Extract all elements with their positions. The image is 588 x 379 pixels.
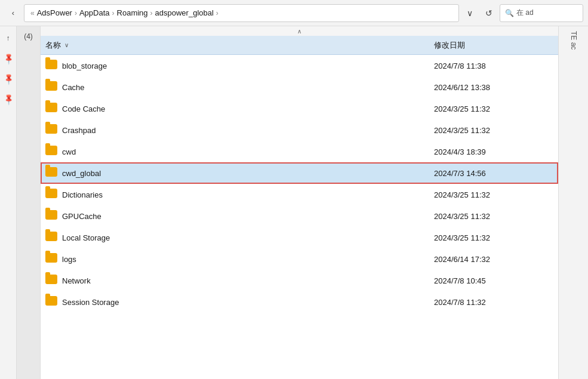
file-list: blob_storage2024/7/8 11:38Cache2024/6/12…	[41, 55, 558, 379]
file-date: 2024/3/25 11:32	[434, 190, 553, 199]
folder-icon	[45, 253, 57, 265]
table-row[interactable]: Dictionaries2024/3/25 11:32	[41, 184, 558, 205]
right-panel-label: TE ac	[569, 31, 578, 50]
col-date-header[interactable]: 修改日期	[434, 40, 553, 51]
folder-icon	[45, 296, 57, 308]
file-name: cwd_global	[62, 169, 434, 178]
file-name: blob_storage	[62, 61, 434, 70]
address-bar: ‹ « AdsPower › AppData › Roaming › adspo…	[0, 0, 588, 26]
col-name-header[interactable]: 名称 ∨	[45, 40, 434, 51]
table-row[interactable]: Network2024/7/8 10:45	[41, 270, 558, 291]
main-layout: ↑ 📌 📌 📌 (4) ∧ 名称 ∨ 修改日期 blob_storage2024…	[0, 26, 588, 379]
pin-up-button[interactable]: ↑	[0, 30, 17, 47]
breadcrumb[interactable]: « AdsPower › AppData › Roaming › adspowe…	[24, 4, 459, 22]
file-name: Dictionaries	[62, 190, 434, 199]
file-name: Local Storage	[62, 233, 434, 242]
file-name: Network	[62, 276, 434, 285]
folder-icon	[45, 146, 57, 158]
file-name: cwd	[62, 147, 434, 156]
back-button[interactable]: ‹	[5, 5, 21, 21]
table-row[interactable]: blob_storage2024/7/8 11:38	[41, 55, 558, 76]
col-name-sort-icon: ∨	[64, 42, 69, 48]
folder-icon	[45, 210, 57, 222]
file-date: 2024/3/25 11:32	[434, 233, 553, 242]
file-name: Cache	[62, 83, 434, 92]
file-date: 2024/7/3 14:56	[434, 169, 553, 178]
file-date: 2024/6/12 13:38	[434, 83, 553, 92]
table-row[interactable]: GPUCache2024/3/25 11:32	[41, 205, 558, 227]
search-box[interactable]: 🔍 在 ad	[500, 4, 583, 22]
file-area: ∧ 名称 ∨ 修改日期 blob_storage2024/7/8 11:38Ca…	[41, 26, 558, 379]
table-row[interactable]: Crashpad2024/3/25 11:32	[41, 119, 558, 141]
breadcrumb-adspower-global[interactable]: adspower_global	[155, 8, 214, 17]
file-name: Code Cache	[62, 104, 434, 113]
table-row[interactable]: Code Cache2024/3/25 11:32	[41, 98, 558, 119]
folder-icon	[45, 60, 57, 72]
table-row[interactable]: Local Storage2024/3/25 11:32	[41, 227, 558, 248]
sort-arrow-icon: ∧	[297, 28, 301, 35]
nav-buttons: ‹	[5, 5, 21, 21]
file-name: Crashpad	[62, 126, 434, 135]
table-row[interactable]: Cache2024/6/12 13:38	[41, 76, 558, 98]
folder-icon	[45, 124, 57, 136]
breadcrumb-adspower[interactable]: AdsPower	[37, 8, 72, 17]
folder-icon	[45, 232, 57, 244]
left-nav-panel: ↑ 📌 📌 📌	[0, 26, 17, 379]
file-date: 2024/4/3 18:39	[434, 147, 553, 156]
table-row[interactable]: logs2024/6/14 17:32	[41, 248, 558, 270]
table-row[interactable]: Session Storage2024/7/8 11:32	[41, 291, 558, 313]
file-date: 2024/3/25 11:32	[434, 104, 553, 113]
file-name: logs	[62, 255, 434, 264]
file-date: 2024/6/14 17:32	[434, 255, 553, 264]
file-date: 2024/3/25 11:32	[434, 126, 553, 135]
folder-icon	[45, 275, 57, 286]
search-icon: 🔍	[505, 9, 514, 17]
file-name: GPUCache	[62, 212, 434, 221]
dropdown-button[interactable]: ∨	[461, 5, 478, 21]
file-date: 2024/7/8 10:45	[434, 276, 553, 285]
table-row[interactable]: cwd2024/4/3 18:39	[41, 141, 558, 162]
sidebar-count-label: (4)	[24, 32, 33, 41]
sort-indicator-row: ∧	[41, 26, 558, 36]
folder-icon	[45, 167, 57, 179]
folder-icon	[45, 81, 57, 93]
folder-icon	[45, 189, 57, 201]
search-text: 在 ad	[516, 8, 534, 18]
sidebar-label-panel: (4)	[17, 26, 41, 379]
right-panel: TE ac	[558, 26, 588, 379]
breadcrumb-roaming[interactable]: Roaming	[117, 8, 148, 17]
file-date: 2024/7/8 11:38	[434, 61, 553, 70]
file-date: 2024/7/8 11:32	[434, 298, 553, 307]
breadcrumb-back-arrow: «	[30, 9, 35, 17]
file-name: Session Storage	[62, 298, 434, 307]
table-row[interactable]: cwd_global2024/7/3 14:56	[41, 162, 558, 184]
table-header: 名称 ∨ 修改日期	[41, 36, 558, 55]
refresh-button[interactable]: ↺	[481, 5, 497, 21]
file-date: 2024/3/25 11:32	[434, 212, 553, 221]
folder-icon	[45, 103, 57, 115]
breadcrumb-appdata[interactable]: AppData	[79, 8, 110, 17]
